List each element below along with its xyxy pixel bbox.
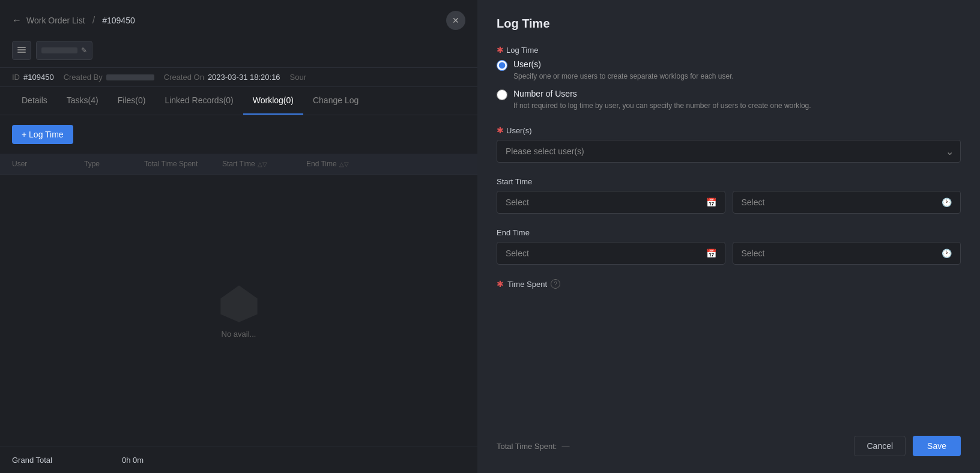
radio-number-of-users-content: Number of Users If not required to log t… [513,89,811,111]
end-time-section: End Time Select 📅 Select 🕐 [497,228,961,265]
time-spent-label: ✱ Time Spent ? [497,279,961,289]
radio-users-content: User(s) Specify one or more users to cre… [513,59,734,82]
sort-icon-end[interactable]: △▽ [339,161,349,167]
created-on-value: 2023-03-31 18:20:16 [208,73,280,82]
col-header-total: Total Time Spent [144,160,222,168]
title-edit-box[interactable]: ✎ [36,41,92,60]
log-time-button[interactable]: + Log Time [12,125,73,144]
radio-users-desc: Specify one or more users to create sepa… [513,71,734,82]
end-date-text: Select [506,249,529,258]
col-header-end: End Time △▽ [306,160,390,168]
left-panel: ← Work Order List / #109450 ✕ ✎ ID #1094… [0,0,477,473]
modal-title: Log Time [497,17,961,31]
svg-rect-0 [17,47,26,48]
end-time-text: Select [742,249,765,258]
close-button[interactable]: ✕ [446,11,465,30]
required-star-time-spent: ✱ [497,279,504,289]
radio-number-of-users-label: Number of Users [513,89,811,98]
users-select-wrapper: Please select user(s) ⌄ [497,140,961,163]
tab-linked-records[interactable]: Linked Records(0) [155,87,243,115]
log-time-type-section: ✱ Log Time User(s) Specify one or more u… [497,45,961,111]
log-time-field-label: ✱ Log Time [497,45,961,55]
cancel-button[interactable]: Cancel [854,436,906,456]
created-by-field: Created By [64,73,154,82]
grand-total-row: Grand Total 0h 0m [0,447,477,473]
source-label: Sour [290,73,306,82]
start-time-label: Start Time [497,177,961,186]
created-by-value [106,74,154,80]
start-time-section: Start Time Select 📅 Select 🕐 [497,177,961,214]
required-star-users: ✱ [497,125,504,135]
start-time-text: Select [742,197,765,207]
tabs-row: Details Tasks(4) Files(0) Linked Records… [0,87,477,115]
col-header-start: Start Time △▽ [222,160,306,168]
users-field-label: ✱ User(s) [497,125,961,135]
edit-icon[interactable]: ✎ [81,46,87,55]
required-star-logtime: ✱ [497,45,504,55]
svg-marker-3 [220,285,257,322]
col-header-type: Type [84,160,144,168]
action-row: + Log Time [0,115,477,154]
title-placeholder [41,47,77,53]
users-section: ✱ User(s) Please select user(s) ⌄ [497,125,961,163]
breadcrumb-current: #109450 [102,16,135,25]
radio-option-users: User(s) Specify one or more users to cre… [497,59,961,82]
calendar-icon-start: 📅 [706,197,716,207]
radio-users-input[interactable] [497,60,507,71]
start-date-text: Select [506,197,529,207]
meta-row: ID #109450 Created By Created On 2023-03… [0,67,477,87]
sort-icon-start[interactable]: △▽ [258,161,267,167]
start-time-input[interactable]: Select 🕐 [733,191,961,214]
tab-files[interactable]: Files(0) [108,87,156,115]
created-on-label: Created On [164,73,204,82]
save-button[interactable]: Save [913,436,961,456]
id-label: ID [12,73,20,82]
empty-state-icon [218,283,260,325]
back-icon[interactable]: ← [12,15,22,26]
source-field: Sour [290,73,306,82]
no-available-text: No avail... [222,330,256,339]
help-icon[interactable]: ? [551,279,560,289]
log-time-modal: Log Time ✱ Log Time User(s) Specify one … [477,0,980,473]
clock-icon-start: 🕐 [942,197,952,207]
tab-details[interactable]: Details [12,87,57,115]
radio-users-label: User(s) [513,59,734,69]
grand-total-value: 0h 0m [122,456,144,465]
radio-group: User(s) Specify one or more users to cre… [497,59,961,111]
users-select[interactable]: Please select user(s) [497,140,961,163]
total-time-value: — [561,442,569,451]
end-time-input[interactable]: Select 🕐 [733,242,961,265]
calendar-icon-end: 📅 [706,249,716,258]
end-date-input[interactable]: Select 📅 [497,242,725,265]
tab-worklog[interactable]: Worklog(0) [243,87,303,115]
tab-change-log[interactable]: Change Log [303,87,368,115]
breadcrumb-separator: / [92,15,95,26]
start-date-input[interactable]: Select 📅 [497,191,725,214]
id-field: ID #109450 [12,73,54,82]
svg-rect-2 [17,52,26,53]
top-bar: ← Work Order List / #109450 ✕ [0,0,477,41]
grand-total-label: Grand Total [12,456,52,465]
created-by-label: Created By [64,73,103,82]
modal-footer: Cancel Save [854,436,961,456]
empty-area: No avail... [0,175,477,447]
radio-number-of-users-desc: If not required to log time by user, you… [513,100,811,111]
clock-icon-end: 🕐 [942,249,952,258]
svg-rect-1 [17,49,26,50]
time-spent-section: ✱ Time Spent ? [497,279,961,294]
radio-number-of-users-input[interactable] [497,89,507,100]
list-icon[interactable] [12,41,31,60]
toolbar-row: ✎ [0,41,477,67]
id-value: #109450 [23,73,54,82]
created-on-field: Created On 2023-03-31 18:20:16 [164,73,280,82]
end-time-label: End Time [497,228,961,237]
start-time-row: Select 📅 Select 🕐 [497,191,961,214]
radio-option-number-of-users: Number of Users If not required to log t… [497,89,961,111]
breadcrumb-parent[interactable]: Work Order List [26,16,85,25]
tab-tasks[interactable]: Tasks(4) [57,87,108,115]
table-header: User Type Total Time Spent Start Time △▽… [0,154,477,175]
total-time-label: Total Time Spent: [497,442,557,451]
total-time-spent-row: Total Time Spent: — [497,442,569,451]
end-time-row: Select 📅 Select 🕐 [497,242,961,265]
col-header-user: User [12,160,84,168]
